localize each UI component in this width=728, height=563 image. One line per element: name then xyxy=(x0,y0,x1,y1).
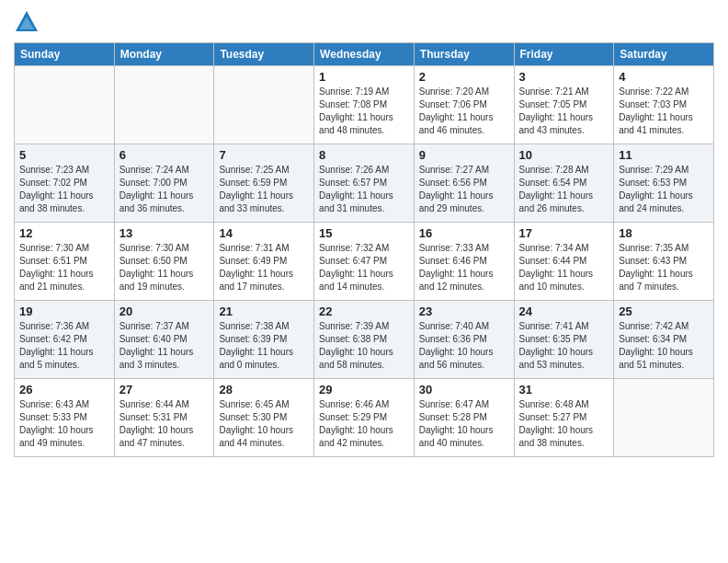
day-number: 1 xyxy=(319,70,409,84)
day-number: 28 xyxy=(219,383,309,396)
day-info: Sunrise: 6:48 AM Sunset: 5:27 PM Dayligh… xyxy=(519,398,609,450)
day-cell-13: 13Sunrise: 7:30 AM Sunset: 6:50 PM Dayli… xyxy=(114,223,214,301)
day-cell-27: 27Sunrise: 6:44 AM Sunset: 5:31 PM Dayli… xyxy=(114,379,214,457)
logo xyxy=(14,9,43,35)
day-info: Sunrise: 7:35 AM Sunset: 6:43 PM Dayligh… xyxy=(619,242,709,293)
day-info: Sunrise: 7:42 AM Sunset: 6:34 PM Dayligh… xyxy=(619,320,709,372)
day-cell-31: 31Sunrise: 6:48 AM Sunset: 5:27 PM Dayli… xyxy=(514,379,614,457)
day-cell-16: 16Sunrise: 7:33 AM Sunset: 6:46 PM Dayli… xyxy=(414,223,514,301)
day-info: Sunrise: 7:32 AM Sunset: 6:47 PM Dayligh… xyxy=(319,242,409,293)
day-info: Sunrise: 7:33 AM Sunset: 6:46 PM Dayligh… xyxy=(419,242,509,293)
day-cell-8: 8Sunrise: 7:26 AM Sunset: 6:57 PM Daylig… xyxy=(314,144,415,223)
week-row-4: 19Sunrise: 7:36 AM Sunset: 6:42 PM Dayli… xyxy=(15,301,714,379)
page: SundayMondayTuesdayWednesdayThursdayFrid… xyxy=(0,0,728,563)
day-number: 26 xyxy=(19,383,109,396)
day-number: 16 xyxy=(419,226,509,240)
day-cell-12: 12Sunrise: 7:30 AM Sunset: 6:51 PM Dayli… xyxy=(15,223,115,301)
day-cell-9: 9Sunrise: 7:27 AM Sunset: 6:56 PM Daylig… xyxy=(414,144,514,223)
day-number: 31 xyxy=(519,383,609,396)
empty-cell xyxy=(214,66,314,144)
day-info: Sunrise: 7:40 AM Sunset: 6:36 PM Dayligh… xyxy=(419,320,509,372)
day-cell-4: 4Sunrise: 7:22 AM Sunset: 7:03 PM Daylig… xyxy=(614,66,714,144)
day-number: 25 xyxy=(619,304,709,318)
day-number: 30 xyxy=(419,383,509,396)
calendar-header-row: SundayMondayTuesdayWednesdayThursdayFrid… xyxy=(15,43,714,66)
day-header-wednesday: Wednesday xyxy=(314,43,415,66)
day-number: 20 xyxy=(119,304,210,318)
day-number: 4 xyxy=(619,70,709,84)
day-info: Sunrise: 7:23 AM Sunset: 7:02 PM Dayligh… xyxy=(19,164,109,215)
day-number: 23 xyxy=(419,304,509,318)
day-info: Sunrise: 6:47 AM Sunset: 5:28 PM Dayligh… xyxy=(419,398,509,450)
header xyxy=(14,9,714,35)
week-row-1: 1Sunrise: 7:19 AM Sunset: 7:08 PM Daylig… xyxy=(15,66,714,144)
day-info: Sunrise: 7:31 AM Sunset: 6:49 PM Dayligh… xyxy=(219,242,309,293)
day-number: 24 xyxy=(519,304,609,318)
week-row-3: 12Sunrise: 7:30 AM Sunset: 6:51 PM Dayli… xyxy=(15,223,714,301)
day-info: Sunrise: 7:26 AM Sunset: 6:57 PM Dayligh… xyxy=(319,164,409,215)
day-number: 9 xyxy=(419,148,509,162)
empty-cell xyxy=(614,379,714,457)
day-cell-19: 19Sunrise: 7:36 AM Sunset: 6:42 PM Dayli… xyxy=(15,301,115,379)
day-info: Sunrise: 7:20 AM Sunset: 7:06 PM Dayligh… xyxy=(419,86,509,137)
day-header-sunday: Sunday xyxy=(15,43,115,66)
day-info: Sunrise: 7:34 AM Sunset: 6:44 PM Dayligh… xyxy=(519,242,609,293)
day-number: 7 xyxy=(219,148,309,162)
empty-cell xyxy=(114,66,214,144)
day-cell-30: 30Sunrise: 6:47 AM Sunset: 5:28 PM Dayli… xyxy=(414,379,514,457)
day-info: Sunrise: 7:36 AM Sunset: 6:42 PM Dayligh… xyxy=(19,320,109,372)
day-number: 5 xyxy=(19,148,109,162)
day-info: Sunrise: 7:21 AM Sunset: 7:05 PM Dayligh… xyxy=(519,86,609,137)
day-number: 11 xyxy=(619,148,709,162)
day-number: 17 xyxy=(519,226,609,240)
day-cell-23: 23Sunrise: 7:40 AM Sunset: 6:36 PM Dayli… xyxy=(414,301,514,379)
day-info: Sunrise: 7:29 AM Sunset: 6:53 PM Dayligh… xyxy=(619,164,709,215)
day-cell-6: 6Sunrise: 7:24 AM Sunset: 7:00 PM Daylig… xyxy=(114,144,214,223)
day-number: 6 xyxy=(119,148,210,162)
day-number: 18 xyxy=(619,226,709,240)
day-info: Sunrise: 6:44 AM Sunset: 5:31 PM Dayligh… xyxy=(119,398,210,450)
day-number: 21 xyxy=(219,304,309,318)
week-row-2: 5Sunrise: 7:23 AM Sunset: 7:02 PM Daylig… xyxy=(15,144,714,223)
day-number: 3 xyxy=(519,70,609,84)
day-number: 13 xyxy=(119,226,210,240)
day-info: Sunrise: 7:37 AM Sunset: 6:40 PM Dayligh… xyxy=(119,320,210,372)
day-number: 29 xyxy=(319,383,409,396)
day-info: Sunrise: 6:43 AM Sunset: 5:33 PM Dayligh… xyxy=(19,398,109,450)
day-cell-26: 26Sunrise: 6:43 AM Sunset: 5:33 PM Dayli… xyxy=(15,379,115,457)
empty-cell xyxy=(15,66,115,144)
day-info: Sunrise: 7:24 AM Sunset: 7:00 PM Dayligh… xyxy=(119,164,210,215)
day-number: 14 xyxy=(219,226,309,240)
day-number: 8 xyxy=(319,148,409,162)
day-header-monday: Monday xyxy=(114,43,214,66)
day-cell-21: 21Sunrise: 7:38 AM Sunset: 6:39 PM Dayli… xyxy=(214,301,314,379)
day-header-tuesday: Tuesday xyxy=(214,43,314,66)
week-row-5: 26Sunrise: 6:43 AM Sunset: 5:33 PM Dayli… xyxy=(15,379,714,457)
day-info: Sunrise: 7:41 AM Sunset: 6:35 PM Dayligh… xyxy=(519,320,609,372)
day-info: Sunrise: 7:38 AM Sunset: 6:39 PM Dayligh… xyxy=(219,320,309,372)
day-header-friday: Friday xyxy=(514,43,614,66)
day-cell-7: 7Sunrise: 7:25 AM Sunset: 6:59 PM Daylig… xyxy=(214,144,314,223)
day-info: Sunrise: 7:25 AM Sunset: 6:59 PM Dayligh… xyxy=(219,164,309,215)
day-info: Sunrise: 6:45 AM Sunset: 5:30 PM Dayligh… xyxy=(219,398,309,450)
day-cell-10: 10Sunrise: 7:28 AM Sunset: 6:54 PM Dayli… xyxy=(514,144,614,223)
day-info: Sunrise: 7:39 AM Sunset: 6:38 PM Dayligh… xyxy=(319,320,409,372)
day-cell-14: 14Sunrise: 7:31 AM Sunset: 6:49 PM Dayli… xyxy=(214,223,314,301)
day-number: 27 xyxy=(119,383,210,396)
day-cell-28: 28Sunrise: 6:45 AM Sunset: 5:30 PM Dayli… xyxy=(214,379,314,457)
day-info: Sunrise: 7:30 AM Sunset: 6:51 PM Dayligh… xyxy=(19,242,109,293)
day-cell-20: 20Sunrise: 7:37 AM Sunset: 6:40 PM Dayli… xyxy=(114,301,214,379)
day-cell-22: 22Sunrise: 7:39 AM Sunset: 6:38 PM Dayli… xyxy=(314,301,415,379)
day-header-saturday: Saturday xyxy=(614,43,714,66)
day-number: 12 xyxy=(19,226,109,240)
day-number: 19 xyxy=(19,304,109,318)
day-cell-24: 24Sunrise: 7:41 AM Sunset: 6:35 PM Dayli… xyxy=(514,301,614,379)
day-info: Sunrise: 7:28 AM Sunset: 6:54 PM Dayligh… xyxy=(519,164,609,215)
day-cell-25: 25Sunrise: 7:42 AM Sunset: 6:34 PM Dayli… xyxy=(614,301,714,379)
day-cell-11: 11Sunrise: 7:29 AM Sunset: 6:53 PM Dayli… xyxy=(614,144,714,223)
day-cell-17: 17Sunrise: 7:34 AM Sunset: 6:44 PM Dayli… xyxy=(514,223,614,301)
day-cell-15: 15Sunrise: 7:32 AM Sunset: 6:47 PM Dayli… xyxy=(314,223,415,301)
day-info: Sunrise: 7:22 AM Sunset: 7:03 PM Dayligh… xyxy=(619,86,709,137)
day-cell-29: 29Sunrise: 6:46 AM Sunset: 5:29 PM Dayli… xyxy=(314,379,415,457)
day-cell-3: 3Sunrise: 7:21 AM Sunset: 7:05 PM Daylig… xyxy=(514,66,614,144)
